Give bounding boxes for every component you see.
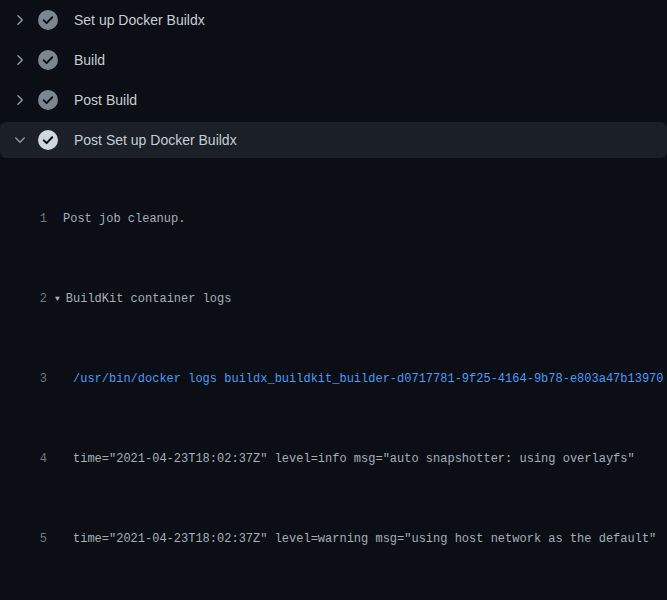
workflow-log-panel: Set up Docker Buildx Build Post Build — [0, 0, 667, 600]
check-circle-icon — [38, 90, 58, 110]
line-number[interactable]: 4 — [0, 449, 47, 469]
chevron-right-icon[interactable] — [12, 92, 28, 108]
log-line: 5 time="2021-04-23T18:02:37Z" level=warn… — [0, 529, 667, 549]
step-label: Build — [74, 52, 105, 68]
line-number[interactable]: 5 — [0, 529, 47, 549]
check-circle-icon — [38, 130, 58, 150]
step-row-3[interactable]: Post Set up Docker Buildx — [0, 122, 667, 158]
check-circle-icon — [38, 50, 58, 70]
log-text: /usr/bin/docker logs buildx_buildkit_bui… — [47, 369, 664, 389]
log-line: 1 Post job cleanup. — [0, 209, 667, 229]
step-row-1[interactable]: Build — [0, 40, 667, 80]
line-number[interactable]: 1 — [0, 209, 47, 229]
line-number[interactable]: 2 — [0, 289, 47, 309]
check-circle-icon — [38, 10, 58, 30]
steps-list: Set up Docker Buildx Build Post Build — [0, 0, 667, 158]
line-number[interactable]: 3 — [0, 369, 47, 389]
log-text: time="2021-04-23T18:02:37Z" level=warnin… — [47, 529, 656, 549]
log-line: 2 ▼BuildKit container logs — [0, 289, 667, 309]
collapse-triangle-icon[interactable]: ▼ — [47, 289, 60, 309]
step-row-0[interactable]: Set up Docker Buildx — [0, 0, 667, 40]
log-line: 3 /usr/bin/docker logs buildx_buildkit_b… — [0, 369, 667, 389]
log-text: BuildKit container logs — [60, 289, 232, 309]
step-label: Set up Docker Buildx — [74, 12, 205, 28]
chevron-right-icon[interactable] — [12, 52, 28, 68]
log-container[interactable]: 1 Post job cleanup. 2 ▼BuildKit containe… — [0, 160, 667, 600]
chevron-down-icon[interactable] — [12, 132, 28, 148]
step-label: Post Set up Docker Buildx — [74, 132, 237, 148]
chevron-right-icon[interactable] — [12, 12, 28, 28]
step-row-2[interactable]: Post Build — [0, 80, 667, 120]
log-text: Post job cleanup. — [47, 209, 185, 229]
step-label: Post Build — [74, 92, 137, 108]
log-line: 4 time="2021-04-23T18:02:37Z" level=info… — [0, 449, 667, 469]
log-text: time="2021-04-23T18:02:37Z" level=info m… — [47, 449, 635, 469]
